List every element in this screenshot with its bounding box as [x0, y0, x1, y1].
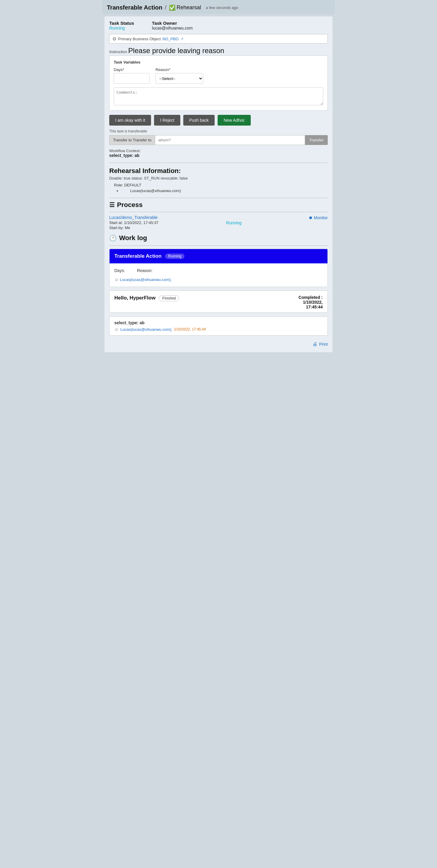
adhoc-button[interactable]: New Adhoc: [217, 115, 251, 126]
worklog-hello-title: Hello, HyperFlow: [114, 295, 155, 301]
worklog-hello-left: Hello, HyperFlow Finished: [114, 295, 179, 301]
worklog-completed-label: Completed :: [298, 295, 323, 300]
worklog-hello-card: Hello, HyperFlow Finished Completed : 1/…: [109, 290, 328, 313]
worklog-main-title: Transferable Action: [114, 253, 162, 259]
time-ago: a few seconds ago: [206, 5, 238, 10]
form-fields-row: Days* Reason* --Select--: [114, 67, 323, 84]
process-status: Running: [226, 220, 241, 225]
process-row: Lucas/demo_Transferable Start at: 1/10/2…: [109, 215, 328, 230]
rehearsal-icon: ✅: [169, 4, 176, 11]
task-owner-value: lucas@xihuanwu.com: [152, 26, 193, 30]
pbo-label: Primary Business Object: [118, 37, 161, 41]
days-label: Days*: [114, 67, 150, 72]
process-start-by: Start by: Me: [109, 225, 158, 230]
pbo-row: ⊙ Primary Business Object NO_PBO ↗: [109, 34, 328, 43]
worklog-header: 🕐 Work log: [109, 234, 328, 242]
days-input[interactable]: [114, 73, 150, 84]
instruction-prefix: Instruction Please provide leaving reaso…: [109, 46, 328, 55]
worklog-select-body: select_type: ab ☺ Lucas(lucas@xihuanwu.c…: [110, 316, 327, 335]
transfer-note: This task is transferable: [109, 129, 328, 133]
main-card: Task Status Running Task Owner lucas@xih…: [105, 17, 332, 352]
workflow-context-value: select_type: ab: [109, 153, 139, 158]
rehearsal-role: Role: DEFAULT: [109, 183, 328, 187]
transfer-label: Transfer to Transfer to: [109, 135, 155, 145]
days-field: Days*: [114, 67, 150, 84]
worklog-running-badge: Running: [165, 253, 184, 259]
select-user-icon: ☺: [114, 327, 118, 332]
header-separator: /: [165, 4, 167, 11]
worklog-icon: 🕐: [109, 235, 117, 242]
task-owner-block: Task Owner lucas@xihuanwu.com: [152, 21, 193, 30]
process-title: Process: [117, 201, 143, 209]
process-icon: ☰: [109, 202, 115, 209]
task-status-block: Task Status Running: [109, 21, 134, 30]
page-title: Transferable Action: [107, 4, 163, 11]
rehearsal-meta: Doable: true status: ST_RUN revocable: f…: [109, 176, 328, 181]
rehearsal-user: Lucas(lucas@xihuanwu.com): [121, 188, 328, 193]
process-start-at: Start at: 1/10/2022, 17:45:37: [109, 220, 158, 225]
comments-textarea[interactable]: [114, 87, 323, 105]
section-divider-2: [109, 198, 328, 198]
worklog-main-card: Transferable Action Running Days: Reason…: [109, 249, 328, 287]
task-meta: Task Status Running Task Owner lucas@xih…: [109, 21, 328, 30]
worklog-fields: Days: Reason:: [114, 268, 323, 274]
external-link-icon: ↗: [181, 37, 183, 41]
process-link[interactable]: Lucas/demo_Transferable: [109, 215, 157, 220]
process-section: ☰ Process Lucas/demo_Transferable Start …: [109, 201, 328, 230]
workflow-context: Workflow Context: select_type: ab: [109, 149, 328, 158]
reject-button[interactable]: I Reject: [154, 115, 180, 126]
transfer-button[interactable]: Transfer: [305, 135, 328, 145]
worklog-completed: Completed : 1/10/2022,17:45:44: [298, 295, 323, 309]
rehearsal-title: Rehearsal Information:: [109, 167, 328, 175]
monitor-label: Monitor: [314, 215, 328, 220]
section-divider-1: [109, 162, 328, 163]
worklog-title: Work log: [119, 234, 147, 242]
transfer-section: This task is transferable Transfer to Tr…: [109, 129, 328, 145]
rehearsal-label: ✅ Rehearsal: [169, 4, 201, 11]
worklog-select-title: select_type: ab: [114, 320, 323, 325]
worklog-user-icon: ☺: [114, 277, 118, 282]
monitor-icon: ■: [309, 215, 312, 220]
worklog-days-label: Days:: [114, 268, 125, 273]
transfer-input[interactable]: [155, 135, 305, 145]
ok-button[interactable]: I am okay with it: [109, 115, 151, 126]
workflow-context-label: Workflow Context:: [109, 149, 141, 153]
worklog-reason-label: Reason:: [137, 268, 152, 273]
task-status-value: Running: [109, 26, 134, 30]
worklog-completed-value: 1/10/2022,17:45:44: [303, 300, 323, 309]
process-header: ☰ Process: [109, 201, 328, 209]
pushback-button[interactable]: Push back: [183, 115, 214, 126]
select-timestamp: 1/10/2022, 17:45:44: [174, 327, 206, 331]
task-owner-label: Task Owner: [152, 21, 193, 26]
worklog-user-value: Lucas(lucas@xihuanwu.com);: [120, 277, 172, 282]
rehearsal-text: Rehearsal: [177, 4, 201, 11]
monitor-button[interactable]: ■ Monitor: [309, 215, 328, 220]
transfer-row: Transfer to Transfer to Transfer: [109, 135, 328, 145]
worklog-select-card: select_type: ab ☺ Lucas(lucas@xihuanwu.c…: [109, 316, 328, 336]
pbo-link[interactable]: NO_PBO: [163, 37, 178, 41]
instruction-text: Please provide leaving reason: [128, 46, 225, 55]
worklog-days-field: Days:: [114, 268, 125, 274]
worklog-reason-field: Reason:: [137, 268, 152, 274]
page-header: Transferable Action / ✅ Rehearsal a few …: [102, 0, 335, 14]
print-button[interactable]: 🖨 Print: [313, 342, 328, 347]
worklog-main-user: ☺ Lucas(lucas@xihuanwu.com);: [114, 277, 323, 282]
print-icon: 🖨: [313, 342, 317, 347]
print-row: 🖨 Print: [109, 339, 328, 348]
reason-label: Reason*: [155, 67, 203, 72]
action-buttons: I am okay with it I Reject Push back New…: [109, 115, 328, 126]
reason-field: Reason* --Select--: [155, 67, 203, 84]
process-left: Lucas/demo_Transferable Start at: 1/10/2…: [109, 215, 158, 230]
pbo-icon: ⊙: [113, 36, 116, 41]
print-label: Print: [319, 342, 328, 347]
reason-select[interactable]: --Select--: [155, 73, 203, 84]
worklog-hello-header: Hello, HyperFlow Finished Completed : 1/…: [110, 291, 327, 312]
form-section-title: Task Variables: [114, 60, 323, 64]
rehearsal-section: Rehearsal Information: Doable: true stat…: [109, 167, 328, 193]
task-status-label: Task Status: [109, 21, 134, 26]
worklog-select-user: ☺ Lucas(lucas@xihuanwu.com); 1/10/2022, …: [114, 327, 323, 332]
form-card: Task Variables Days* Reason* --Select--: [109, 56, 328, 111]
worklog-finished-badge: Finished: [159, 295, 179, 301]
select-user-value: Lucas(lucas@xihuanwu.com);: [120, 327, 172, 332]
worklog-main-body: Days: Reason: ☺ Lucas(lucas@xihuanwu.com…: [110, 264, 327, 287]
